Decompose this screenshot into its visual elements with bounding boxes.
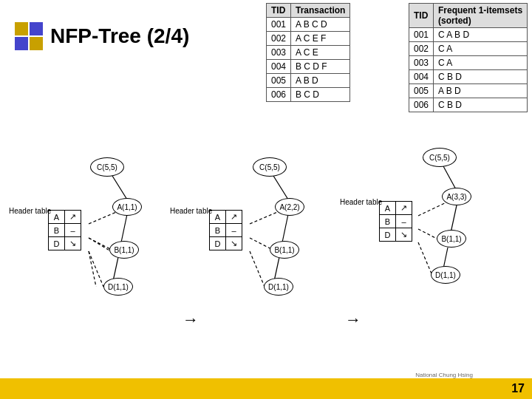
tree3-b-node: B(1,1): [437, 230, 466, 248]
tree1-b-node: B(1,1): [109, 241, 139, 259]
freq-tid-header: TID: [409, 4, 434, 28]
footer-bar: [0, 378, 532, 399]
tree1-a-node: A(1,1): [112, 198, 142, 216]
tree3-header-table: A↗ B– D↘: [379, 201, 412, 242]
footer-logo: National Chung Hsing: [415, 372, 473, 378]
tree3-header-label: Header table: [340, 198, 382, 206]
tree3-root-node: C(5,5): [423, 148, 457, 167]
tree2-header-table: A↗ B– D↘: [209, 210, 242, 250]
svg-line-4: [121, 214, 127, 242]
frequent-table: TID Frequent 1-itemsets(sorted) 001C A B…: [409, 3, 528, 112]
arrow2: →: [345, 310, 361, 329]
slide-title: NFP-Tree (2/4): [15, 22, 189, 50]
tid-header: TID: [267, 4, 291, 18]
tree2-d-node: D(1,1): [264, 278, 293, 296]
svg-line-7: [89, 251, 103, 287]
transaction-header: Transaction: [291, 4, 350, 18]
svg-line-17: [418, 201, 449, 216]
tree2-root-node: C(5,5): [253, 157, 287, 177]
svg-line-2: [89, 251, 96, 287]
freq-items-header: Frequent 1-itemsets(sorted): [434, 4, 528, 28]
page-title: NFP-Tree (2/4): [50, 24, 189, 48]
tree1-header-label: Header table: [9, 207, 51, 215]
tree2-header-label: Header table: [170, 207, 212, 215]
tree2-b-node: B(1,1): [270, 241, 299, 259]
transaction-table: TID Transaction 001A B C D 002A C E F 00…: [266, 3, 350, 102]
svg-line-8: [273, 176, 288, 200]
title-decoration: [15, 22, 43, 50]
tree1-d-node: D(1,1): [103, 278, 133, 296]
svg-line-6: [89, 238, 111, 251]
arrow1: →: [183, 310, 199, 329]
tree1-root-node: C(5,5): [90, 157, 124, 177]
svg-line-13: [250, 251, 265, 287]
tree3-a-node: A(3,3): [442, 188, 471, 205]
svg-line-11: [250, 211, 281, 224]
svg-line-3: [112, 176, 127, 200]
tree1-header-table: A↗ B– D↘: [48, 210, 81, 250]
svg-line-9: [282, 214, 288, 242]
page-number: 17: [511, 382, 525, 395]
tree2-a-node: A(2,2): [275, 198, 304, 216]
tree3-d-node: D(1,1): [431, 266, 460, 284]
svg-line-15: [451, 205, 457, 233]
